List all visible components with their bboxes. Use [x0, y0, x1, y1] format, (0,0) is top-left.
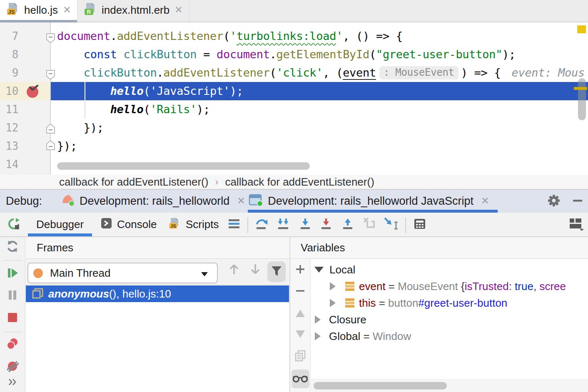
frames-panel-title: Frames [37, 241, 73, 254]
line-number: 9 [0, 64, 18, 82]
resume-program-icon[interactable] [7, 267, 18, 280]
horizontal-scrollbar[interactable] [57, 162, 310, 170]
chevron-expanded-icon[interactable] [314, 267, 324, 273]
editor-tab-hello-js[interactable]: JS hello.js [0, 0, 77, 22]
refresh-icon[interactable] [6, 240, 19, 254]
pause-program-icon[interactable] [7, 290, 18, 302]
code-editor[interactable]: 7 8 9 10 11 12 13 14 [0, 22, 588, 175]
debug-panels: Frames Main Thread [0, 237, 588, 392]
code-line-12: }); [51, 119, 588, 137]
show-watches-toggle[interactable] [292, 370, 309, 388]
type-hint-inlay: : MouseEvent [379, 66, 458, 79]
tab-console[interactable]: Console [101, 213, 157, 236]
line-number: 11 [0, 100, 18, 119]
variables-toolbar [290, 259, 311, 392]
line-number: 14 [0, 155, 18, 174]
force-step-into-icon[interactable] [320, 218, 332, 232]
tree-node-local[interactable]: Local [311, 261, 588, 278]
layout-settings-icon[interactable] [569, 217, 584, 233]
debug-session-tab-label: Development: rails_helloworld JavaScript [268, 195, 473, 208]
js-debug-run-config-icon [248, 192, 264, 210]
debug-session-tab-javascript[interactable]: Development: rails_helloworld JavaScript [248, 190, 498, 213]
tab-label: Scripts [186, 218, 219, 231]
erb-file-icon: R [83, 2, 97, 19]
variables-tree: Local event = MouseEvent {isTrusted: tru… [311, 261, 588, 345]
warning-stripe-mark[interactable] [574, 87, 587, 90]
smart-step-into-icon[interactable] [277, 218, 290, 232]
code-line-11: hello('Rails'); [51, 100, 588, 119]
more-actions-icon[interactable] [8, 378, 17, 387]
chevron-collapsed-icon[interactable] [330, 299, 336, 307]
chevron-collapsed-icon[interactable] [315, 315, 321, 324]
debug-toolwindow-header: Debug: Development: rails_helloworld [0, 190, 588, 213]
toolbar-separator [3, 260, 22, 261]
step-into-icon[interactable] [299, 218, 311, 232]
tree-node-global[interactable]: Global = Window [311, 328, 588, 345]
step-out-icon[interactable] [342, 218, 354, 232]
chevron-collapsed-icon[interactable] [315, 332, 321, 340]
previous-frame-icon[interactable] [228, 263, 240, 277]
chevron-collapsed-icon[interactable] [330, 282, 336, 290]
javascript-file-icon: JS [168, 217, 181, 232]
hide-toolwindow-icon[interactable] [572, 195, 583, 208]
close-icon[interactable] [174, 4, 183, 17]
stop-icon[interactable] [7, 313, 17, 324]
line-number: 8 [0, 45, 18, 64]
editor-tab-index-html-erb[interactable]: R index.html.erb [77, 0, 189, 22]
variables-panel-header: Variables [290, 237, 588, 259]
inspection-status-marker[interactable] [577, 25, 586, 33]
vertical-scrollbar[interactable] [578, 78, 586, 120]
tree-node-event[interactable]: event = MouseEvent {isTrusted: true, scr… [311, 278, 588, 295]
hide-frames-filter-button[interactable] [267, 261, 286, 282]
tab-debugger[interactable]: Debugger [36, 213, 84, 236]
tab-scripts[interactable]: JS Scripts [168, 213, 219, 236]
next-frame-icon[interactable] [249, 263, 261, 277]
line-number: 10 [0, 82, 18, 100]
frame-location: (), hello.js:10 [109, 288, 171, 300]
variables-panel-title: Variables [301, 241, 345, 254]
tab-label: Console [117, 218, 157, 231]
tree-node-this[interactable]: this = button#greet-user-button [311, 295, 588, 311]
console-icon [101, 218, 112, 232]
code-area[interactable]: document.addEventListener('turbolinks:lo… [51, 22, 588, 175]
thread-selector-dropdown[interactable]: Main Thread [27, 263, 218, 283]
move-watch-up-icon[interactable] [295, 309, 305, 319]
code-line-9: clickButton.addEventListener('click', (e… [51, 64, 588, 82]
copy-icon[interactable] [295, 350, 306, 363]
move-watch-down-icon[interactable] [295, 330, 305, 340]
editor-tab-label: hello.js [24, 4, 58, 17]
breadcrumb-item[interactable]: callback for addEventListener() [59, 176, 208, 189]
evaluate-expression-icon[interactable] [414, 218, 426, 231]
variables-horizontal-scrollbar[interactable] [314, 382, 447, 390]
view-breakpoints-icon[interactable] [6, 337, 19, 352]
close-icon[interactable] [481, 195, 489, 208]
tree-node-closure[interactable]: Closure [311, 311, 588, 328]
editor-tab-label: index.html.erb [102, 4, 169, 17]
ide-window: JS hello.js R index.html.erb [0, 0, 588, 392]
step-over-icon[interactable] [256, 218, 268, 232]
debug-toolwindow-title: Debug: [6, 195, 42, 208]
svg-text:R: R [87, 9, 91, 15]
stack-frame-row[interactable]: anonymous(), hello.js:10 [26, 285, 289, 302]
debugger-inline-value-hint: event: Mous [511, 64, 585, 82]
svg-text:JS: JS [170, 223, 176, 228]
debug-session-tab-rails[interactable]: Development: rails_helloworld [60, 190, 245, 213]
show-tabs-list-icon[interactable] [229, 219, 239, 231]
drop-frame-icon[interactable] [362, 217, 376, 232]
variable-icon [345, 298, 355, 308]
breakpoint-icon[interactable] [26, 84, 40, 98]
rails-run-config-icon [60, 192, 75, 210]
add-watch-icon[interactable] [295, 264, 305, 276]
toolbar-separator [3, 332, 22, 332]
settings-gear-icon[interactable] [547, 194, 561, 209]
close-icon[interactable] [63, 4, 71, 17]
rerun-icon[interactable] [7, 218, 20, 232]
thread-icon [33, 268, 43, 278]
frames-panel-header: Frames [26, 237, 289, 259]
close-icon[interactable] [237, 195, 245, 208]
debugger-toolbar: Debugger Console JS Scripts [0, 213, 588, 237]
mute-breakpoints-icon[interactable] [6, 360, 19, 374]
remove-watch-icon[interactable] [295, 286, 305, 298]
run-to-cursor-icon[interactable] [384, 217, 399, 232]
breadcrumb-item[interactable]: callback for addEventListener() [225, 176, 374, 189]
